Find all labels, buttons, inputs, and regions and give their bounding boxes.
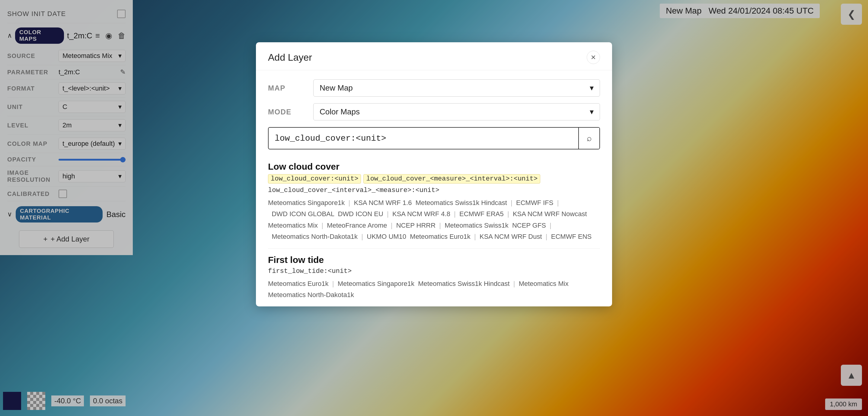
- modal-header: Add Layer ×: [256, 42, 612, 70]
- source-item: Meteomatics Euro1k: [410, 231, 474, 242]
- add-layer-modal: Add Layer × MAP New Map ▾ MODE Color Map…: [256, 42, 612, 306]
- source-item: Meteomatics Swiss1k: [441, 220, 512, 231]
- result-param-2[interactable]: low_cloud_cover_<measure>_<interval>:<un…: [363, 174, 540, 183]
- source-item: DWD ICON EU: [338, 208, 387, 219]
- source-item: Meteomatics Mix: [268, 220, 321, 231]
- result-params-low-cloud-2: low_cloud_cover_<interval>_<measure>:<un…: [268, 186, 600, 194]
- source-item: Meteomatics Swiss1k Hindcast: [415, 197, 511, 208]
- source-item: KSA NCM WRF 4.8: [389, 208, 454, 219]
- source-item: Meteomatics Mix: [515, 278, 572, 289]
- modal-mode-row: MODE Color Maps ▾: [268, 103, 600, 120]
- search-button[interactable]: ⌕: [578, 128, 599, 149]
- modal-mode-select[interactable]: Color Maps ▾: [313, 103, 600, 120]
- modal-map-label: MAP: [268, 84, 307, 92]
- modal-map-row: MAP New Map ▾: [268, 80, 600, 97]
- source-item: KSA NCM WRF 1.6: [350, 197, 415, 208]
- source-item: Meteomatics Euro1k: [268, 278, 332, 289]
- result-params-first-low-tide: first_low_tide:<unit>: [268, 267, 600, 275]
- modal-overlay: Add Layer × MAP New Map ▾ MODE Color Map…: [0, 0, 868, 416]
- modal-map-select[interactable]: New Map ▾: [313, 80, 600, 97]
- result-low-cloud-cover: Low cloud cover low_cloud_cover:<unit> l…: [268, 155, 600, 249]
- modal-close-button[interactable]: ×: [587, 51, 600, 64]
- source-separator: |: [550, 220, 551, 231]
- result-first-low-tide: First low tide first_low_tide:<unit> Met…: [268, 249, 600, 307]
- modal-mode-value: Color Maps: [320, 107, 360, 117]
- source-item: ECMWF ENS: [548, 231, 595, 242]
- source-item: KSA NCM WRF Nowcast: [509, 208, 591, 219]
- source-item: KSA NCM WRF Dust: [476, 231, 546, 242]
- result-title-first-low-tide: First low tide: [268, 255, 600, 265]
- modal-mode-chevron-icon: ▾: [590, 107, 594, 117]
- result-params-low-cloud: low_cloud_cover:<unit> low_cloud_cover_<…: [268, 174, 600, 183]
- search-input[interactable]: [269, 129, 578, 148]
- result-title-low-cloud: Low cloud cover: [268, 161, 600, 172]
- modal-mode-label: MODE: [268, 108, 307, 116]
- source-item: Meteomatics North-Dakota1k: [268, 231, 361, 242]
- source-item: Meteomatics Singapore1k: [334, 278, 418, 289]
- result-sources-first-low-tide: Meteomatics Euro1k | Meteomatics Singapo…: [268, 278, 600, 301]
- result-param-3[interactable]: low_cloud_cover_<interval>_<measure>:<un…: [268, 186, 439, 194]
- result-sources-low-cloud: Meteomatics Singapore1k | KSA NCM WRF 1.…: [268, 197, 600, 242]
- modal-title: Add Layer: [268, 52, 312, 63]
- modal-map-value: New Map: [320, 83, 353, 93]
- search-container: ⌕: [268, 127, 600, 149]
- source-item: Meteomatics Swiss1k Hindcast: [418, 278, 513, 289]
- source-item: ECMWF ERA5: [456, 208, 507, 219]
- source-item: DWD ICON GLOBAL: [268, 208, 338, 219]
- source-item: UKMO UM10: [363, 231, 410, 242]
- source-item: ECMWF IFS: [513, 197, 557, 208]
- source-item: NCEP HRRR: [392, 220, 439, 231]
- search-icon: ⌕: [587, 133, 592, 143]
- result-param-1[interactable]: low_cloud_cover:<unit>: [268, 174, 361, 183]
- source-item: MeteoFrance Arome: [323, 220, 391, 231]
- close-icon: ×: [591, 53, 596, 62]
- source-item: NCEP GFS: [512, 220, 550, 231]
- modal-map-chevron-icon: ▾: [590, 83, 594, 93]
- source-item: Meteomatics North-Dakota1k: [268, 289, 354, 300]
- source-separator: |: [557, 197, 559, 208]
- source-item: Meteomatics Singapore1k: [268, 197, 349, 208]
- result-param-tide[interactable]: first_low_tide:<unit>: [268, 267, 351, 275]
- modal-body: MAP New Map ▾ MODE Color Maps ▾ ⌕: [256, 70, 612, 306]
